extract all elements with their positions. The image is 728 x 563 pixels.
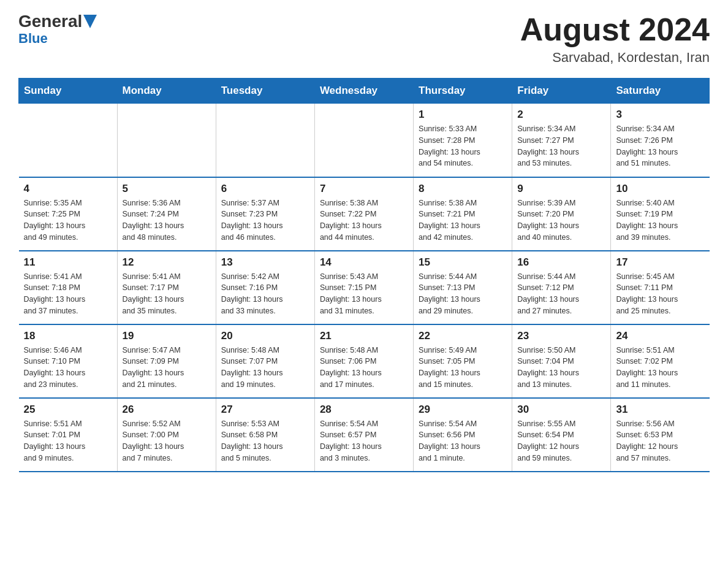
day-number: 25 — [24, 404, 112, 416]
day-of-week-header: Saturday — [611, 79, 710, 104]
calendar-cell: 14Sunrise: 5:43 AM Sunset: 7:15 PM Dayli… — [314, 251, 413, 324]
day-number: 27 — [221, 404, 309, 416]
day-number: 11 — [24, 256, 112, 269]
day-info: Sunrise: 5:50 AM Sunset: 7:04 PM Dayligh… — [517, 345, 605, 391]
day-info: Sunrise: 5:55 AM Sunset: 6:54 PM Dayligh… — [517, 418, 605, 464]
calendar-cell: 9Sunrise: 5:39 AM Sunset: 7:20 PM Daylig… — [512, 177, 611, 251]
calendar-cell: 13Sunrise: 5:42 AM Sunset: 7:16 PM Dayli… — [216, 251, 314, 324]
day-number: 2 — [517, 109, 605, 121]
calendar-cell: 29Sunrise: 5:54 AM Sunset: 6:56 PM Dayli… — [414, 398, 512, 472]
calendar-week-row: 25Sunrise: 5:51 AM Sunset: 7:01 PM Dayli… — [19, 398, 710, 472]
day-info: Sunrise: 5:36 AM Sunset: 7:24 PM Dayligh… — [123, 197, 211, 243]
calendar-cell: 3Sunrise: 5:34 AM Sunset: 7:26 PM Daylig… — [611, 104, 710, 177]
day-number: 24 — [616, 330, 704, 342]
day-info: Sunrise: 5:38 AM Sunset: 7:22 PM Dayligh… — [320, 197, 408, 243]
calendar-cell — [117, 104, 216, 177]
day-info: Sunrise: 5:44 AM Sunset: 7:12 PM Dayligh… — [517, 271, 605, 317]
calendar-cell: 24Sunrise: 5:51 AM Sunset: 7:02 PM Dayli… — [611, 324, 710, 398]
day-info: Sunrise: 5:35 AM Sunset: 7:25 PM Dayligh… — [24, 197, 112, 243]
day-number: 16 — [517, 256, 605, 269]
day-info: Sunrise: 5:52 AM Sunset: 7:00 PM Dayligh… — [123, 418, 211, 464]
day-number: 3 — [616, 109, 704, 121]
day-number: 22 — [419, 330, 507, 342]
day-of-week-header: Wednesday — [314, 79, 413, 104]
day-info: Sunrise: 5:34 AM Sunset: 7:26 PM Dayligh… — [616, 123, 704, 169]
calendar-cell: 6Sunrise: 5:37 AM Sunset: 7:23 PM Daylig… — [216, 177, 314, 251]
calendar-cell: 10Sunrise: 5:40 AM Sunset: 7:19 PM Dayli… — [611, 177, 710, 251]
day-number: 1 — [419, 109, 507, 121]
day-info: Sunrise: 5:39 AM Sunset: 7:20 PM Dayligh… — [517, 197, 605, 243]
day-number: 13 — [221, 256, 309, 269]
logo-triangle-icon — [83, 15, 97, 28]
day-number: 14 — [320, 256, 408, 269]
calendar-cell: 23Sunrise: 5:50 AM Sunset: 7:04 PM Dayli… — [512, 324, 611, 398]
calendar-cell: 26Sunrise: 5:52 AM Sunset: 7:00 PM Dayli… — [117, 398, 216, 472]
day-number: 31 — [616, 404, 704, 416]
day-number: 12 — [123, 256, 211, 269]
day-number: 21 — [320, 330, 408, 342]
calendar-cell: 5Sunrise: 5:36 AM Sunset: 7:24 PM Daylig… — [117, 177, 216, 251]
logo-blue-text: Blue — [18, 31, 48, 47]
calendar-cell: 21Sunrise: 5:48 AM Sunset: 7:06 PM Dayli… — [314, 324, 413, 398]
calendar-cell: 25Sunrise: 5:51 AM Sunset: 7:01 PM Dayli… — [19, 398, 118, 472]
day-info: Sunrise: 5:45 AM Sunset: 7:11 PM Dayligh… — [616, 271, 704, 317]
svg-marker-0 — [83, 15, 97, 28]
calendar-cell: 18Sunrise: 5:46 AM Sunset: 7:10 PM Dayli… — [19, 324, 118, 398]
day-info: Sunrise: 5:34 AM Sunset: 7:27 PM Dayligh… — [517, 123, 605, 169]
logo-general-text: General — [18, 13, 82, 30]
day-number: 30 — [517, 404, 605, 416]
day-number: 26 — [123, 404, 211, 416]
calendar-cell: 12Sunrise: 5:41 AM Sunset: 7:17 PM Dayli… — [117, 251, 216, 324]
calendar-week-row: 1Sunrise: 5:33 AM Sunset: 7:28 PM Daylig… — [19, 104, 710, 177]
day-info: Sunrise: 5:48 AM Sunset: 7:06 PM Dayligh… — [320, 345, 408, 391]
day-info: Sunrise: 5:40 AM Sunset: 7:19 PM Dayligh… — [616, 197, 704, 243]
calendar-cell: 31Sunrise: 5:56 AM Sunset: 6:53 PM Dayli… — [611, 398, 710, 472]
day-of-week-header: Thursday — [414, 79, 512, 104]
day-number: 4 — [24, 183, 112, 195]
calendar-cell: 11Sunrise: 5:41 AM Sunset: 7:18 PM Dayli… — [19, 251, 118, 324]
calendar-cell: 17Sunrise: 5:45 AM Sunset: 7:11 PM Dayli… — [611, 251, 710, 324]
calendar-cell: 15Sunrise: 5:44 AM Sunset: 7:13 PM Dayli… — [414, 251, 512, 324]
calendar-cell — [314, 104, 413, 177]
day-info: Sunrise: 5:44 AM Sunset: 7:13 PM Dayligh… — [419, 271, 507, 317]
month-title: August 2024 — [520, 12, 710, 47]
calendar-cell: 7Sunrise: 5:38 AM Sunset: 7:22 PM Daylig… — [314, 177, 413, 251]
calendar-cell: 30Sunrise: 5:55 AM Sunset: 6:54 PM Dayli… — [512, 398, 611, 472]
calendar-cell: 22Sunrise: 5:49 AM Sunset: 7:05 PM Dayli… — [414, 324, 512, 398]
calendar-cell: 19Sunrise: 5:47 AM Sunset: 7:09 PM Dayli… — [117, 324, 216, 398]
calendar-week-row: 11Sunrise: 5:41 AM Sunset: 7:18 PM Dayli… — [19, 251, 710, 324]
day-number: 6 — [221, 183, 309, 195]
day-info: Sunrise: 5:37 AM Sunset: 7:23 PM Dayligh… — [221, 197, 309, 243]
calendar-cell — [216, 104, 314, 177]
calendar-header-row: SundayMondayTuesdayWednesdayThursdayFrid… — [19, 79, 710, 104]
title-area: August 2024 Sarvabad, Kordestan, Iran — [520, 12, 710, 66]
day-info: Sunrise: 5:51 AM Sunset: 7:01 PM Dayligh… — [24, 418, 112, 464]
calendar-cell: 2Sunrise: 5:34 AM Sunset: 7:27 PM Daylig… — [512, 104, 611, 177]
day-info: Sunrise: 5:51 AM Sunset: 7:02 PM Dayligh… — [616, 345, 704, 391]
day-info: Sunrise: 5:56 AM Sunset: 6:53 PM Dayligh… — [616, 418, 704, 464]
location-title: Sarvabad, Kordestan, Iran — [520, 50, 710, 66]
day-number: 8 — [419, 183, 507, 195]
day-info: Sunrise: 5:41 AM Sunset: 7:17 PM Dayligh… — [123, 271, 211, 317]
day-info: Sunrise: 5:54 AM Sunset: 6:56 PM Dayligh… — [419, 418, 507, 464]
day-info: Sunrise: 5:33 AM Sunset: 7:28 PM Dayligh… — [419, 123, 507, 169]
day-number: 20 — [221, 330, 309, 342]
day-number: 19 — [123, 330, 211, 342]
calendar-cell: 27Sunrise: 5:53 AM Sunset: 6:58 PM Dayli… — [216, 398, 314, 472]
calendar-table: SundayMondayTuesdayWednesdayThursdayFrid… — [18, 78, 710, 472]
day-of-week-header: Tuesday — [216, 79, 314, 104]
day-info: Sunrise: 5:49 AM Sunset: 7:05 PM Dayligh… — [419, 345, 507, 391]
day-number: 29 — [419, 404, 507, 416]
day-number: 10 — [616, 183, 704, 195]
day-info: Sunrise: 5:46 AM Sunset: 7:10 PM Dayligh… — [24, 345, 112, 391]
calendar-cell: 20Sunrise: 5:48 AM Sunset: 7:07 PM Dayli… — [216, 324, 314, 398]
calendar-cell: 1Sunrise: 5:33 AM Sunset: 7:28 PM Daylig… — [414, 104, 512, 177]
day-info: Sunrise: 5:48 AM Sunset: 7:07 PM Dayligh… — [221, 345, 309, 391]
calendar-cell: 4Sunrise: 5:35 AM Sunset: 7:25 PM Daylig… — [19, 177, 118, 251]
day-info: Sunrise: 5:47 AM Sunset: 7:09 PM Dayligh… — [123, 345, 211, 391]
day-number: 28 — [320, 404, 408, 416]
day-of-week-header: Monday — [117, 79, 216, 104]
day-number: 15 — [419, 256, 507, 269]
day-number: 9 — [517, 183, 605, 195]
day-number: 18 — [24, 330, 112, 342]
